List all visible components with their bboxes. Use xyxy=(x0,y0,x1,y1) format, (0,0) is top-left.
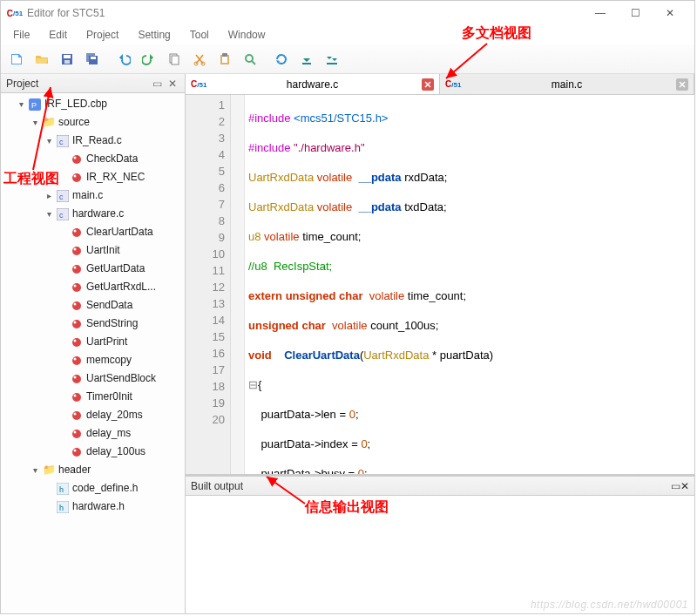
menu-window[interactable]: Window xyxy=(220,27,274,43)
svg-point-23 xyxy=(74,174,77,177)
tree-func[interactable]: GetUartData xyxy=(57,260,185,278)
panel-float-icon[interactable]: ▭ xyxy=(150,77,164,91)
save-icon[interactable] xyxy=(55,47,79,71)
project-panel-header: Project ▭ ✕ xyxy=(1,74,185,93)
project-icon: P xyxy=(29,98,41,111)
tree-func[interactable]: delay_ms xyxy=(57,424,185,443)
func-icon xyxy=(71,446,83,458)
svg-point-28 xyxy=(72,228,81,237)
undo-icon[interactable] xyxy=(112,47,136,71)
maximize-button[interactable]: ☐ xyxy=(618,1,653,25)
tree-func[interactable]: delay_20ms xyxy=(57,406,185,424)
tree-file-main[interactable]: ▸cmain.c xyxy=(43,186,185,205)
tree-file-hardware[interactable]: ▾chardware.c xyxy=(43,205,185,223)
minimize-button[interactable]: — xyxy=(583,1,618,25)
tree-func[interactable]: memcopy xyxy=(57,351,185,369)
close-button[interactable]: ✕ xyxy=(653,1,687,25)
download-icon[interactable] xyxy=(294,47,319,71)
tree-func[interactable]: ClearUartData xyxy=(57,223,185,241)
download-all-icon[interactable] xyxy=(320,47,344,71)
menu-setting[interactable]: Setting xyxy=(129,27,179,43)
svg-point-30 xyxy=(72,247,81,255)
svg-point-13 xyxy=(246,55,253,62)
tab-close-icon[interactable] xyxy=(422,78,434,91)
hfile-icon: h xyxy=(57,501,69,513)
panel-float-icon[interactable]: ▭ xyxy=(671,480,680,492)
func-icon xyxy=(71,153,83,166)
tree-func[interactable]: UartSendBlock xyxy=(57,369,185,388)
tree-func[interactable]: SendData xyxy=(57,296,185,315)
save-all-icon[interactable] xyxy=(80,47,105,71)
panel-close-icon[interactable]: ✕ xyxy=(166,77,179,91)
menu-project[interactable]: Project xyxy=(78,27,127,43)
tab-close-icon[interactable] xyxy=(676,78,688,91)
tree-root[interactable]: ▾ P IRF_LED.cbp xyxy=(15,95,185,113)
tree-func[interactable]: UartPrint xyxy=(57,333,185,351)
svg-rect-2 xyxy=(64,60,70,64)
svg-point-38 xyxy=(72,320,81,328)
tab-label: hardware.c xyxy=(287,78,338,91)
svg-point-48 xyxy=(72,411,81,420)
tree-file-code-define[interactable]: hcode_define.h xyxy=(43,479,185,498)
func-icon xyxy=(71,300,83,312)
tree-func[interactable]: Timer0Init xyxy=(57,388,185,406)
cut-icon[interactable] xyxy=(187,47,212,71)
menu-tool[interactable]: Tool xyxy=(181,27,218,43)
tree-func[interactable]: SendString xyxy=(57,315,185,333)
svg-point-53 xyxy=(74,449,77,451)
func-icon xyxy=(71,355,83,367)
panel-close-icon[interactable]: ✕ xyxy=(680,480,689,492)
cfile-icon: c xyxy=(57,208,69,220)
tab-hardware-c[interactable]: C/51 hardware.c xyxy=(186,74,440,94)
func-icon xyxy=(71,318,83,330)
menubar: File Edit Project Setting Tool Window xyxy=(1,25,694,44)
tree-func[interactable]: delay_100us xyxy=(57,443,185,461)
output-body[interactable] xyxy=(186,496,694,613)
svg-point-37 xyxy=(74,302,77,305)
svg-point-35 xyxy=(74,284,77,287)
func-icon xyxy=(71,373,83,385)
func-icon xyxy=(71,281,83,294)
svg-point-47 xyxy=(74,394,77,396)
code-editor[interactable]: 1234567891011121314151617181920 #include… xyxy=(186,95,694,474)
menu-file[interactable]: File xyxy=(4,27,38,43)
redo-icon[interactable] xyxy=(137,47,161,71)
tree-func[interactable]: IR_RX_NEC xyxy=(57,168,185,186)
svg-point-32 xyxy=(72,265,81,274)
project-tree[interactable]: ▾ P IRF_LED.cbp ▾📁source ▾cIR_Read.c xyxy=(1,93,185,613)
tree-func[interactable]: CheckData xyxy=(57,150,185,168)
fold-margin[interactable] xyxy=(231,95,245,474)
svg-rect-11 xyxy=(222,57,227,63)
tree-folder-source[interactable]: ▾📁source xyxy=(29,113,185,132)
svg-point-39 xyxy=(74,321,77,323)
editor-area: C/51 hardware.c C/51 main.c 123456789101… xyxy=(186,74,694,613)
svg-point-33 xyxy=(74,266,77,268)
new-file-icon[interactable] xyxy=(4,47,29,71)
svg-text:c: c xyxy=(59,138,64,146)
svg-point-44 xyxy=(72,375,81,383)
tab-main-c[interactable]: C/51 main.c xyxy=(440,74,694,94)
svg-rect-14 xyxy=(302,63,311,64)
project-panel-title: Project xyxy=(6,78,38,90)
output-title: Built output xyxy=(191,480,243,492)
folder-icon: 📁 xyxy=(43,464,55,477)
tree-folder-header[interactable]: ▾📁header xyxy=(29,461,185,479)
tab-label: main.c xyxy=(552,78,582,91)
tree-file-ir-read[interactable]: ▾cIR_Read.c xyxy=(43,132,185,150)
menu-edit[interactable]: Edit xyxy=(40,27,76,43)
copy-icon[interactable] xyxy=(162,47,186,71)
tree-func[interactable]: GetUartRxdL... xyxy=(57,278,185,296)
svg-rect-7 xyxy=(172,56,179,64)
find-icon[interactable] xyxy=(238,47,262,71)
svg-rect-15 xyxy=(327,63,337,64)
paste-icon[interactable] xyxy=(213,47,237,71)
code-lines[interactable]: #include <mcs51/STC15.h> #include "./har… xyxy=(245,95,694,474)
refresh-icon[interactable] xyxy=(269,47,294,71)
tree-file-hardware-h[interactable]: hhardware.h xyxy=(43,498,185,516)
svg-point-41 xyxy=(74,339,77,342)
toolbar xyxy=(1,44,694,74)
app-icon: C/51 xyxy=(8,6,22,20)
open-file-icon[interactable] xyxy=(30,47,54,71)
tree-func[interactable]: UartInit xyxy=(57,241,185,260)
svg-point-20 xyxy=(72,155,81,164)
